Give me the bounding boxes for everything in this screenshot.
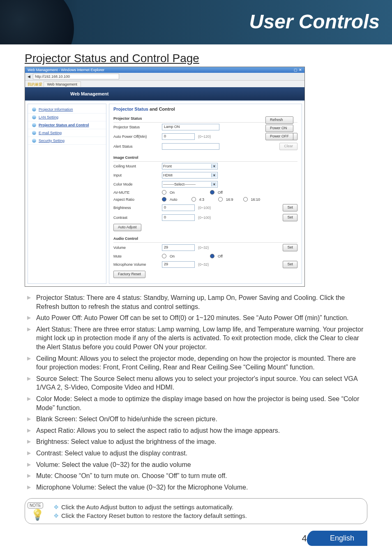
url-field[interactable]: http://192.168.10.100 [33,74,119,79]
mic-set-button[interactable]: Set [283,261,297,268]
embedded-screenshot: Web Management - Windows Internet Explor… [25,67,305,287]
language-tab: English [314,531,367,546]
wm-sidebar: Projector Information LAN Setting Projec… [28,104,106,284]
wm-header: Web Management [25,87,304,100]
favorites-label[interactable]: 我的最愛 [28,82,42,86]
bullet-item: Source Select: The Source Select menu al… [25,374,367,395]
mic-volume-label: Microphone Volume [113,262,159,267]
aspect-1610-radio[interactable] [243,197,248,202]
color-mode-select[interactable]: ---------Select---------▾ [162,181,218,188]
alert-status-label: Alert Status [113,144,159,149]
aspect-auto-radio[interactable] [162,197,166,202]
back-icon[interactable]: ◀ [28,74,30,79]
power-on-button[interactable]: Power ON [265,125,293,132]
av-mute-label: AV-MUTE [113,190,159,195]
bullet-icon [32,123,36,127]
section-heading: Projector Status and Control Page [25,52,367,65]
feature-bullet-list: Projector Status: There are 4 status: St… [25,293,367,494]
contrast-set-button[interactable]: Set [283,214,297,221]
volume-label: Volume [113,246,159,250]
sidebar-item-security-setting[interactable]: Security Setting [28,137,106,145]
ie-address-bar: ◀ http://192.168.10.100 [25,73,304,81]
bullet-item: Ceiling Mount: Allows you to select the … [25,354,367,374]
wm-main-panel: Projector Status and Control Projector S… [109,104,302,284]
bullet-item: Contrast: Select value to adjust the dis… [25,449,367,460]
bullet-item: Mute: Choose “On” to turn mute on. Choos… [25,471,367,483]
mute-off-radio[interactable] [210,254,214,258]
sidebar-item-projector-information[interactable]: Projector Information [28,106,106,114]
window-controls-icon[interactable]: ▢ ✕ [294,68,302,72]
color-mode-label: Color Mode [113,182,159,186]
input-label: Input [113,173,159,177]
bullet-item: Auto Power Off: Auto Power Off can be se… [25,313,367,325]
chevron-down-icon: ▾ [211,182,217,186]
sidebar-item-lan-setting[interactable]: LAN Setting [28,114,106,121]
factory-reset-button[interactable]: Factory Reset [113,271,145,278]
bullet-item: Microphone Volume: Select the value (0~3… [25,483,367,494]
lightbulb-icon: 💡 [28,508,47,521]
note-line: Click the Factory Reset button to restor… [52,511,247,520]
brightness-input[interactable]: 0 [162,204,195,211]
bullet-icon [32,107,36,111]
auto-adjust-button[interactable]: Auto Adjust [113,224,141,231]
volume-set-button[interactable]: Set [283,244,297,251]
avmute-on-radio[interactable] [162,190,166,195]
brightness-set-button[interactable]: Set [283,204,297,211]
page-banner: User Controls [0,0,392,44]
contrast-input[interactable]: 0 [162,214,195,221]
bullet-item: Brightness: Select value to adjust the b… [25,437,367,449]
contrast-label: Contrast [113,216,159,220]
power-off-button[interactable]: Power OFF [265,133,293,140]
aspect-43-radio[interactable] [191,197,196,202]
auto-power-off-label: Auto Power Off(Min) [113,135,159,139]
ie-window-title: Web Management - Windows Internet Explor… [28,68,104,72]
mic-volume-input[interactable]: 29 [162,261,195,268]
projector-status-value: Lamp ON [162,124,219,130]
ceiling-mount-label: Ceiling Mount [113,164,159,168]
group-image-control: Image Control [113,154,297,162]
ie-titlebar: Web Management - Windows Internet Explor… [25,67,304,73]
aspect-ratio-label: Aspect Ratio [113,197,159,202]
note-box: NOTE 💡 Click the Auto Adjust button to a… [25,498,367,524]
banner-title: User Controls [249,10,380,33]
chevron-down-icon: ▾ [211,173,217,177]
browser-tab[interactable]: Web Management [44,81,81,87]
bullet-item: Color Mode: Select a mode to optimize th… [25,395,367,415]
bullet-item: Blank Screen: Select On/Off to hide/unhi… [25,415,367,426]
apo-hint: (0~120) [198,135,211,139]
bullet-item: Volume: Select the value (0~32) for the … [25,460,367,472]
bullet-item: Alert Status: There are three error stat… [25,325,367,354]
projector-status-label: Projector Status [113,125,159,129]
bullet-icon [32,131,36,135]
refresh-button[interactable]: Refresh [265,116,293,124]
input-select[interactable]: HDMI▾ [162,172,218,179]
note-line: Click the Auto Adjust button to adjust t… [52,503,247,511]
auto-power-off-input[interactable]: 0 [162,133,195,140]
sidebar-item-email-setting[interactable]: E-mail Setting [28,129,106,137]
aspect-169-radio[interactable] [218,197,223,202]
alert-status-value [162,143,219,150]
brightness-label: Brightness [113,206,159,210]
note-label: NOTE [28,502,43,508]
page-footer: 41 English [25,524,367,548]
panel-title: Projector Status and Control [113,107,297,111]
clear-button[interactable]: Clear [279,143,297,150]
sidebar-item-status-control[interactable]: Projector Status and Control [28,121,106,129]
bullet-icon [32,115,36,119]
group-audio-control: Audio Control [113,235,297,243]
bullet-item: Aspect Ratio: Allows you to select the a… [25,426,367,438]
volume-input[interactable]: 29 [162,244,195,251]
bullet-item: Projector Status: There are 4 status: St… [25,293,367,313]
avmute-off-radio[interactable] [210,190,214,195]
bullet-icon [32,139,36,143]
mute-on-radio[interactable] [162,254,166,258]
ceiling-mount-select[interactable]: Front▾ [162,163,218,169]
chevron-down-icon: ▾ [211,164,217,168]
mute-label: Mute [113,254,159,258]
